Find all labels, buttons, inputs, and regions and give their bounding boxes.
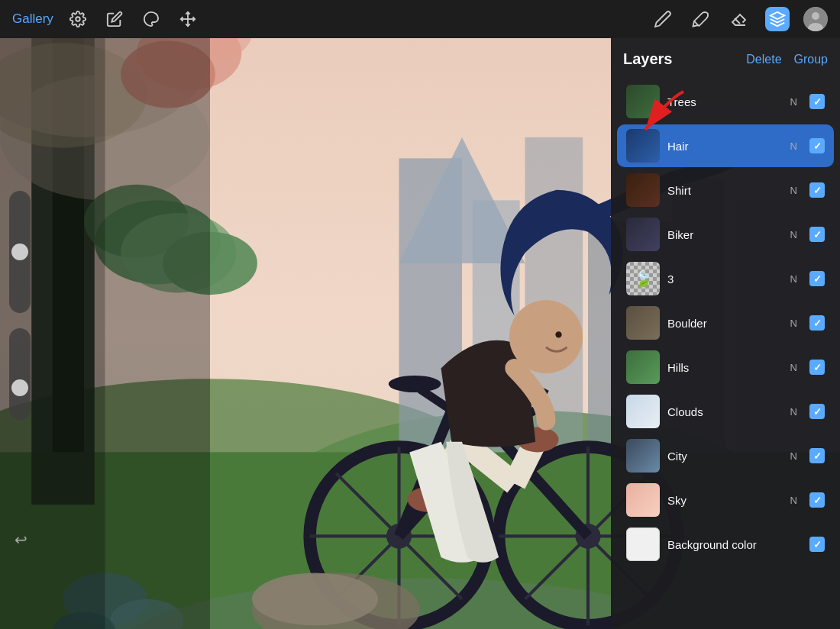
- brush-size-slider[interactable]: [9, 191, 31, 313]
- layer-item-trees[interactable]: TreesN✓: [617, 80, 834, 123]
- layer-thumb-boulder: [626, 306, 660, 340]
- layers-header: Layers Delete Group: [611, 38, 840, 76]
- layer-name-city: City: [667, 450, 783, 463]
- layer-item-3[interactable]: 🍃3N✓: [617, 257, 834, 300]
- toolbar-right: [651, 7, 828, 31]
- layer-checkbox-trees[interactable]: ✓: [809, 94, 825, 109]
- layer-name-boulder: Boulder: [667, 317, 783, 330]
- layer-checkbox-boulder[interactable]: ✓: [809, 315, 825, 331]
- layer-item-clouds[interactable]: CloudsN✓: [617, 390, 834, 433]
- left-sidebar: ↩: [0, 38, 38, 629]
- layer-item-city[interactable]: CityN✓: [617, 434, 834, 477]
- svg-point-5: [812, 12, 819, 20]
- layer-name-hills: Hills: [667, 361, 783, 374]
- eraser-tool-icon[interactable]: [727, 7, 751, 31]
- layer-thumb-hills: [626, 350, 660, 384]
- layer-thumb-shirt: [626, 173, 660, 207]
- layer-mode-3: N: [790, 273, 797, 285]
- layer-thumb-clouds: [626, 395, 660, 428]
- layer-checkbox-hair[interactable]: ✓: [809, 138, 825, 153]
- brush-tool-icon[interactable]: [689, 7, 713, 31]
- layer-checkbox-sky[interactable]: ✓: [809, 492, 825, 508]
- undo-button[interactable]: ↩: [8, 527, 34, 553]
- layer-name-hair: Hair: [667, 140, 783, 153]
- layers-panel-title: Layers: [623, 50, 673, 68]
- group-button[interactable]: Group: [794, 53, 828, 66]
- layers-actions: Delete Group: [746, 53, 828, 66]
- layer-item-bgcol[interactable]: Background color✓: [617, 523, 834, 566]
- layers-panel: Layers Delete Group TreesN✓HairN✓ShirtN✓…: [611, 38, 840, 629]
- layer-checkbox-hills[interactable]: ✓: [809, 360, 825, 375]
- layer-item-hills[interactable]: HillsN✓: [617, 346, 834, 389]
- layer-thumb-city: [626, 439, 660, 473]
- layer-mode-trees: N: [790, 96, 797, 108]
- layers-tool-icon[interactable]: [765, 7, 790, 31]
- layer-name-trees: Trees: [667, 95, 783, 108]
- settings-icon[interactable]: [66, 7, 90, 31]
- layer-mode-city: N: [790, 450, 797, 462]
- opacity-slider[interactable]: [9, 328, 31, 420]
- layer-checkbox-shirt[interactable]: ✓: [809, 182, 825, 198]
- layer-thumb-biker: [626, 218, 660, 251]
- canvas-area: ↩ Layers Delete Group TreesN✓HairN✓Shirt…: [0, 38, 840, 629]
- svg-marker-3: [771, 12, 784, 19]
- layer-item-hair[interactable]: HairN✓: [617, 124, 834, 167]
- layer-checkbox-bgcol[interactable]: ✓: [809, 537, 825, 552]
- layer-thumb-trees: [626, 85, 660, 118]
- layer-mode-boulder: N: [790, 318, 797, 329]
- layers-list: TreesN✓HairN✓ShirtN✓BikerN✓🍃3N✓BoulderN✓…: [611, 76, 840, 629]
- layer-name-biker: Biker: [667, 228, 783, 241]
- layer-thumb-hair: [626, 129, 660, 163]
- opacity-thumb: [11, 379, 28, 396]
- layer-name-clouds: Clouds: [667, 405, 783, 418]
- gallery-button[interactable]: Gallery: [12, 11, 53, 27]
- layer-name-sky: Sky: [667, 494, 783, 507]
- layer-name-3: 3: [667, 273, 783, 285]
- layer-item-sky[interactable]: SkyN✓: [617, 479, 834, 521]
- layer-mode-biker: N: [790, 229, 797, 240]
- layer-thumb-bgcol: [626, 527, 660, 561]
- layer-mode-clouds: N: [790, 406, 797, 418]
- layer-name-shirt: Shirt: [667, 184, 783, 197]
- delete-button[interactable]: Delete: [746, 53, 781, 66]
- layer-mode-sky: N: [790, 495, 797, 506]
- pencil-tool-icon[interactable]: [651, 7, 675, 31]
- layer-checkbox-biker[interactable]: ✓: [809, 227, 825, 242]
- layer-mode-hills: N: [790, 362, 797, 373]
- layer-mode-shirt: N: [790, 185, 797, 196]
- svg-point-62: [252, 573, 378, 626]
- svg-point-60: [555, 331, 561, 337]
- svg-point-59: [509, 300, 583, 373]
- layer-item-biker[interactable]: BikerN✓: [617, 213, 834, 256]
- user-avatar[interactable]: [803, 7, 828, 31]
- brush-size-thumb: [11, 244, 28, 260]
- layer-thumb-sky: [626, 483, 660, 517]
- modify-icon[interactable]: [102, 7, 127, 31]
- smudge-icon[interactable]: [139, 7, 163, 31]
- layer-item-boulder[interactable]: BoulderN✓: [617, 302, 834, 344]
- layer-checkbox-city[interactable]: ✓: [809, 448, 825, 463]
- layer-item-shirt[interactable]: ShirtN✓: [617, 169, 834, 211]
- layer-name-bgcol: Background color: [667, 538, 790, 551]
- layer-checkbox-3[interactable]: ✓: [809, 271, 825, 286]
- layer-checkbox-clouds[interactable]: ✓: [809, 404, 825, 419]
- toolbar-left: Gallery: [12, 7, 200, 31]
- svg-point-0: [76, 17, 80, 21]
- layer-mode-hair: N: [790, 140, 797, 152]
- layer-thumb-3: 🍃: [626, 262, 660, 295]
- top-toolbar: Gallery: [0, 0, 840, 38]
- svg-point-53: [389, 376, 441, 392]
- transform-icon[interactable]: [176, 7, 200, 31]
